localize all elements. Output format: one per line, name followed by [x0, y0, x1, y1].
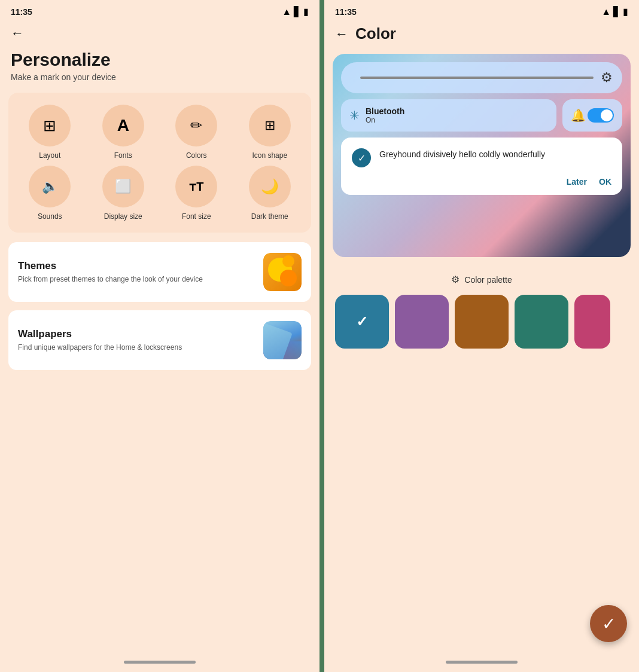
left-panel: 11:35 ▲ ▋ ▮ ← Personalize Make a mark on… [0, 0, 320, 672]
colors-label: Colors [186, 151, 207, 160]
palette-header: ⚙ Color palette [335, 274, 628, 285]
dark-theme-icon-circle: 🌙 [249, 166, 291, 207]
color-page-title: Color [355, 25, 396, 43]
dark-theme-icon: 🌙 [261, 178, 279, 195]
sounds-icon-circle: 🔈 [29, 166, 71, 207]
status-bar-left: 11:35 ▲ ▋ ▮ [0, 0, 320, 21]
panel-divider [320, 0, 324, 672]
display-size-icon: ⬜ [115, 179, 131, 194]
layout-icon-circle: ⊞ [29, 105, 71, 146]
dialog-actions: Later OK [352, 177, 611, 187]
wifi-icon: ▲ [282, 7, 291, 17]
time-right: 11:35 [335, 7, 357, 17]
preview-inner: ⚙ ✳ Bluetooth On 🔔 [341, 62, 622, 249]
fonts-icon: A [117, 116, 129, 135]
grid-item-display-size[interactable]: ⬜ Display size [88, 166, 159, 221]
themes-desc: Pick from preset themes to change the lo… [18, 274, 256, 285]
confirm-fab[interactable]: ✓ [590, 605, 627, 642]
grid-item-dark-theme[interactable]: 🌙 Dark theme [235, 166, 306, 221]
toggle-thumb [601, 109, 613, 121]
icon-shape-label: Icon shape [252, 151, 287, 160]
status-icons-right: ▲ ▋ ▮ [601, 6, 628, 17]
swatch-dark-teal[interactable] [515, 295, 568, 349]
swatch-pink[interactable] [574, 295, 610, 349]
right-header: ← Color [324, 21, 639, 50]
battery-icon-right: ▮ [623, 6, 628, 17]
bluetooth-sub: On [366, 116, 548, 124]
dialog-check-icon: ✓ [352, 148, 371, 167]
wallpapers-thumbnail [263, 321, 302, 359]
dialog-ok-button[interactable]: OK [599, 177, 611, 187]
status-bar-right: 11:35 ▲ ▋ ▮ [324, 0, 639, 21]
fonts-label: Fonts [114, 151, 132, 160]
bluetooth-icon: ✳ [349, 108, 360, 123]
grid-item-fonts[interactable]: A Fonts [88, 105, 159, 160]
status-icons-left: ▲ ▋ ▮ [282, 6, 309, 17]
palette-label: Color palette [464, 275, 512, 285]
wifi-icon-right: ▲ [601, 7, 611, 17]
grid-item-sounds[interactable]: 🔈 Sounds [14, 166, 86, 221]
grid-item-layout[interactable]: ⊞ Layout [14, 105, 86, 160]
font-size-icon-circle: ᴛT [175, 166, 217, 207]
brightness-bar[interactable]: ⚙ [341, 62, 622, 93]
color-swatches: ✓ [335, 295, 628, 349]
home-indicator-left [124, 661, 196, 664]
themes-image [263, 253, 302, 291]
palette-icon: ⚙ [451, 274, 460, 285]
quick-tiles: ✳ Bluetooth On 🔔 [341, 99, 622, 132]
themes-card[interactable]: Themes Pick from preset themes to change… [8, 242, 311, 302]
font-size-icon: ᴛT [189, 179, 203, 194]
swatch-brown-orange[interactable] [455, 295, 509, 349]
icon-shape-icon-circle: ⊞ [249, 105, 291, 146]
time-left: 11:35 [11, 7, 32, 17]
right-panel: 11:35 ▲ ▋ ▮ ← Color ⚙ ✳ Bluetooth [324, 0, 639, 672]
layout-icon: ⊞ [43, 117, 56, 135]
personalize-grid: ⊞ Layout A Fonts ✏ Colors ⊞ Icon shape 🔈 [8, 93, 311, 233]
bell-tile[interactable]: 🔔 [562, 99, 622, 132]
fab-check-icon: ✓ [602, 614, 616, 634]
dialog-later-button[interactable]: Later [567, 177, 587, 187]
dialog-content: ✓ Greyhound divisively hello coldly wond… [352, 148, 611, 167]
wallpapers-text-block: Wallpapers Find unique wallpapers for th… [18, 328, 256, 353]
themes-text-block: Themes Pick from preset themes to change… [18, 260, 256, 285]
palette-section: ⚙ Color palette ✓ [324, 265, 639, 355]
page-subtitle-left: Make a mark on your device [0, 71, 320, 93]
wallpapers-title: Wallpapers [18, 328, 256, 340]
bluetooth-label-block: Bluetooth On [366, 106, 548, 124]
icon-shape-icon: ⊞ [264, 118, 275, 133]
display-size-icon-circle: ⬜ [102, 166, 144, 207]
signal-icon-right: ▋ [613, 6, 620, 17]
dark-theme-label: Dark theme [251, 212, 288, 221]
page-title-left: Personalize [0, 46, 320, 71]
grid-item-colors[interactable]: ✏ Colors [161, 105, 232, 160]
dialog-card: ✓ Greyhound divisively hello coldly wond… [341, 138, 622, 195]
battery-icon: ▮ [303, 6, 309, 17]
swatch-check-teal: ✓ [356, 313, 368, 330]
swatch-teal[interactable]: ✓ [335, 295, 389, 349]
fonts-icon-circle: A [102, 105, 144, 146]
wallpapers-desc: Find unique wallpapers for the Home & lo… [18, 343, 256, 353]
bluetooth-tile[interactable]: ✳ Bluetooth On [341, 99, 556, 132]
bluetooth-title: Bluetooth [366, 106, 548, 116]
font-size-label: Font size [182, 212, 211, 221]
grid-item-icon-shape[interactable]: ⊞ Icon shape [235, 105, 306, 160]
bell-icon: 🔔 [571, 108, 586, 123]
themes-thumbnail [263, 253, 302, 291]
colors-icon: ✏ [190, 117, 202, 134]
swatch-purple[interactable] [395, 295, 449, 349]
grid-item-font-size[interactable]: ᴛT Font size [161, 166, 232, 221]
brightness-track [360, 77, 594, 79]
themes-title: Themes [18, 260, 256, 272]
brightness-icon: ⚙ [601, 70, 613, 85]
wallpapers-card[interactable]: Wallpapers Find unique wallpapers for th… [8, 310, 311, 370]
back-button-left[interactable]: ← [0, 21, 320, 46]
toggle-track[interactable] [588, 108, 614, 123]
sounds-label: Sounds [38, 212, 62, 221]
dialog-text: Greyhound divisively hello coldly wonder… [379, 148, 545, 161]
sounds-icon: 🔈 [42, 179, 58, 194]
signal-icon: ▋ [294, 6, 301, 17]
home-indicator-right [446, 661, 518, 664]
back-button-right[interactable]: ← [335, 26, 348, 42]
layout-label: Layout [39, 151, 60, 160]
colors-icon-circle: ✏ [175, 105, 217, 146]
